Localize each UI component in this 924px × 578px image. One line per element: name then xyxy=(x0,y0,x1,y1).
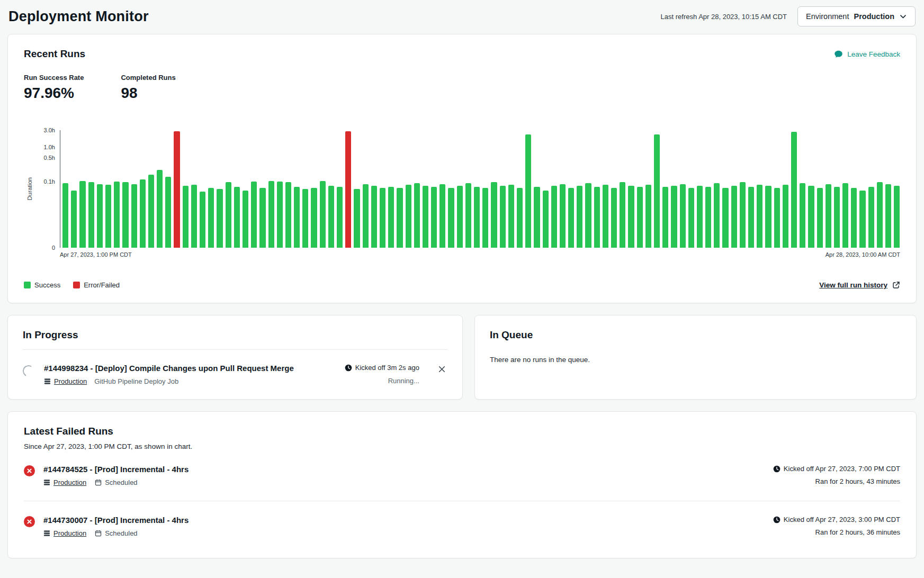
chart-bar-success[interactable] xyxy=(208,188,214,248)
chart-bar-success[interactable] xyxy=(200,192,205,248)
chart-bar-success[interactable] xyxy=(637,187,643,248)
chart-bar-success[interactable] xyxy=(354,189,360,248)
chart-bar-success[interactable] xyxy=(774,188,780,248)
chart-bar-success[interactable] xyxy=(234,187,240,248)
environment-link[interactable]: Production xyxy=(43,529,86,537)
chart-bar-success[interactable] xyxy=(474,187,480,248)
chart-bar-success[interactable] xyxy=(722,188,728,248)
chart-bar-success[interactable] xyxy=(243,191,248,248)
leave-feedback-link[interactable]: Leave Feedback xyxy=(834,50,900,59)
chart-bar-success[interactable] xyxy=(577,186,582,248)
chart-bar-success[interactable] xyxy=(251,182,257,248)
chart-bar-success[interactable] xyxy=(585,183,591,248)
chart-bar-success[interactable] xyxy=(560,184,566,248)
chart-bar-success[interactable] xyxy=(302,189,308,248)
chart-bar-success[interactable] xyxy=(680,184,686,248)
chart-bar-success[interactable] xyxy=(508,185,514,248)
chart-bar-success[interactable] xyxy=(363,184,369,248)
chart-bar-success[interactable] xyxy=(688,188,694,248)
chart-bar-success[interactable] xyxy=(285,182,291,248)
chart-bar-success[interactable] xyxy=(140,179,146,248)
chart-bar-success[interactable] xyxy=(731,186,737,248)
chart-bar-success[interactable] xyxy=(431,187,437,248)
chart-bar-success[interactable] xyxy=(191,185,197,248)
chart-bar-success[interactable] xyxy=(62,183,68,248)
chart-bar-success[interactable] xyxy=(397,188,402,248)
chart-bar-success[interactable] xyxy=(226,182,231,248)
chart-bar-success[interactable] xyxy=(122,182,128,248)
chart-bar-success[interactable] xyxy=(277,182,283,248)
chart-bar-success[interactable] xyxy=(800,183,805,248)
chart-bar-success[interactable] xyxy=(594,187,600,248)
chart-bar-success[interactable] xyxy=(611,188,617,248)
chart-bar-success[interactable] xyxy=(311,188,317,248)
chart-bar-success[interactable] xyxy=(294,187,300,248)
chart-bar-success[interactable] xyxy=(842,183,848,248)
chart-bar-success[interactable] xyxy=(259,188,265,248)
chart-bar-success[interactable] xyxy=(157,170,163,248)
environment-link[interactable]: Production xyxy=(44,377,87,385)
chart-bar-success[interactable] xyxy=(328,186,334,248)
view-full-run-history-link[interactable]: View full run history xyxy=(819,281,900,289)
chart-bar-success[interactable] xyxy=(543,191,549,248)
chart-bar-success[interactable] xyxy=(500,186,506,248)
chart-bar-success[interactable] xyxy=(705,187,711,248)
chart-bar-success[interactable] xyxy=(165,177,171,248)
chart-bar-success[interactable] xyxy=(148,175,154,248)
chart-bar-success[interactable] xyxy=(740,182,746,248)
chart-bar-success[interactable] xyxy=(645,185,651,248)
chart-bar-success[interactable] xyxy=(71,191,77,248)
chart-bar-success[interactable] xyxy=(894,186,900,248)
chart-bar-success[interactable] xyxy=(414,183,420,248)
chart-bar-success[interactable] xyxy=(371,186,377,248)
chart-bar-success[interactable] xyxy=(826,184,831,248)
chart-bar-success[interactable] xyxy=(671,186,677,248)
chart-bar-success[interactable] xyxy=(457,186,463,248)
chart-bar-success[interactable] xyxy=(380,188,385,248)
chart-bar-success[interactable] xyxy=(423,186,428,248)
chart-bar-success[interactable] xyxy=(114,182,120,248)
chart-bar-success[interactable] xyxy=(868,187,874,248)
chart-bar-success[interactable] xyxy=(105,185,111,248)
chart-bar-success[interactable] xyxy=(817,188,823,248)
chart-bar-success[interactable] xyxy=(406,185,411,248)
chart-bar-success[interactable] xyxy=(551,186,557,248)
chart-bar-success[interactable] xyxy=(88,182,94,248)
chart-bar-success[interactable] xyxy=(183,186,189,248)
chart-bar-success[interactable] xyxy=(748,187,754,248)
chart-bar-success[interactable] xyxy=(885,184,891,248)
chart-bar-success[interactable] xyxy=(439,184,445,248)
chart-bar-success[interactable] xyxy=(517,188,523,248)
chart-bar-success[interactable] xyxy=(628,186,634,248)
chart-bar-success[interactable] xyxy=(534,187,540,248)
chart-bar-success[interactable] xyxy=(320,181,326,248)
chart-bar-success[interactable] xyxy=(791,132,797,248)
cancel-run-button[interactable] xyxy=(436,364,447,375)
chart-bar-failed[interactable] xyxy=(174,131,180,248)
chart-bar-success[interactable] xyxy=(97,184,103,248)
chart-bar-success[interactable] xyxy=(217,189,222,248)
chart-bar-success[interactable] xyxy=(714,183,720,248)
chart-bar-success[interactable] xyxy=(662,187,668,248)
chart-bar-success[interactable] xyxy=(131,184,137,248)
chart-bar-success[interactable] xyxy=(268,181,274,248)
chart-bar-success[interactable] xyxy=(525,134,531,248)
environment-link[interactable]: Production xyxy=(43,478,86,486)
chart-bar-success[interactable] xyxy=(620,182,625,248)
chart-bar-success[interactable] xyxy=(851,188,857,248)
chart-bar-success[interactable] xyxy=(491,182,497,248)
chart-bar-success[interactable] xyxy=(603,185,608,248)
chart-bar-success[interactable] xyxy=(765,186,771,248)
chart-bar-success[interactable] xyxy=(834,187,840,248)
chart-bar-success[interactable] xyxy=(388,187,394,248)
chart-bar-failed[interactable] xyxy=(345,131,351,248)
chart-bar-success[interactable] xyxy=(465,183,471,248)
chart-bar-success[interactable] xyxy=(757,185,762,248)
chart-bar-success[interactable] xyxy=(337,187,343,248)
chart-bar-success[interactable] xyxy=(859,191,865,248)
chart-bar-success[interactable] xyxy=(568,188,574,248)
chart-bar-success[interactable] xyxy=(808,186,814,248)
environment-dropdown[interactable]: Environment Production xyxy=(797,6,916,26)
chart-bar-success[interactable] xyxy=(697,186,703,248)
chart-bar-success[interactable] xyxy=(783,185,788,248)
